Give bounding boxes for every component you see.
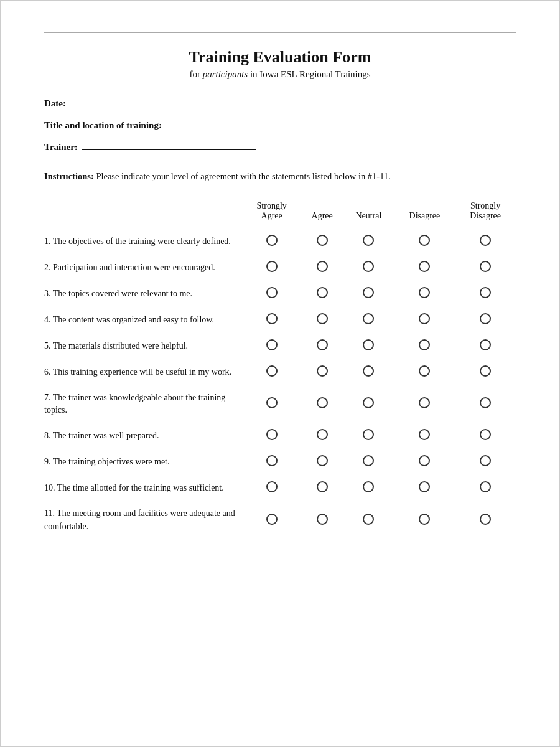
radio-q11-strongly-disagree[interactable]: [455, 501, 516, 539]
radio-q5-disagree[interactable]: [394, 333, 455, 359]
radio-q10-strongly-disagree[interactable]: [455, 475, 516, 501]
radio-q3-neutral[interactable]: [343, 281, 394, 307]
radio-circle-q1-neutral[interactable]: [363, 235, 374, 246]
radio-circle-q9-disagree[interactable]: [419, 455, 430, 466]
radio-circle-q8-disagree[interactable]: [419, 429, 430, 440]
radio-q11-agree[interactable]: [301, 501, 343, 539]
radio-q9-neutral[interactable]: [343, 449, 394, 475]
radio-circle-q9-strongly-disagree[interactable]: [480, 455, 491, 466]
radio-q8-neutral[interactable]: [343, 423, 394, 449]
radio-circle-q6-neutral[interactable]: [363, 365, 374, 377]
radio-circle-q10-neutral[interactable]: [363, 481, 374, 492]
radio-q1-neutral[interactable]: [343, 228, 394, 255]
radio-circle-q9-strongly-agree[interactable]: [266, 455, 278, 466]
radio-q10-neutral[interactable]: [343, 475, 394, 501]
radio-circle-q5-neutral[interactable]: [363, 339, 374, 350]
date-input-line[interactable]: [70, 106, 169, 106]
radio-circle-q11-agree[interactable]: [317, 514, 328, 525]
radio-circle-q8-strongly-agree[interactable]: [266, 429, 278, 440]
radio-q6-agree[interactable]: [301, 359, 343, 385]
radio-q7-strongly-agree[interactable]: [242, 385, 301, 423]
radio-circle-q3-strongly-disagree[interactable]: [480, 287, 491, 298]
radio-q5-neutral[interactable]: [343, 333, 394, 359]
radio-q3-strongly-agree[interactable]: [242, 281, 301, 307]
radio-q9-disagree[interactable]: [394, 449, 455, 475]
radio-circle-q6-agree[interactable]: [317, 365, 328, 377]
radio-circle-q11-strongly-agree[interactable]: [266, 514, 278, 525]
radio-circle-q10-strongly-agree[interactable]: [266, 481, 278, 492]
radio-q4-neutral[interactable]: [343, 307, 394, 333]
radio-circle-q5-disagree[interactable]: [419, 339, 430, 350]
radio-circle-q9-neutral[interactable]: [363, 455, 374, 466]
radio-q3-strongly-disagree[interactable]: [455, 281, 516, 307]
radio-circle-q6-disagree[interactable]: [419, 365, 430, 377]
radio-q4-agree[interactable]: [301, 307, 343, 333]
radio-q7-disagree[interactable]: [394, 385, 455, 423]
radio-circle-q1-disagree[interactable]: [419, 235, 430, 246]
radio-circle-q2-strongly-disagree[interactable]: [480, 261, 491, 272]
radio-q4-strongly-agree[interactable]: [242, 307, 301, 333]
radio-circle-q3-neutral[interactable]: [363, 287, 374, 298]
radio-q3-agree[interactable]: [301, 281, 343, 307]
radio-q7-neutral[interactable]: [343, 385, 394, 423]
radio-q4-disagree[interactable]: [394, 307, 455, 333]
radio-q11-strongly-agree[interactable]: [242, 501, 301, 539]
radio-q2-agree[interactable]: [301, 255, 343, 281]
radio-q9-agree[interactable]: [301, 449, 343, 475]
radio-circle-q6-strongly-disagree[interactable]: [480, 365, 491, 377]
radio-q8-agree[interactable]: [301, 423, 343, 449]
radio-q6-neutral[interactable]: [343, 359, 394, 385]
radio-q2-disagree[interactable]: [394, 255, 455, 281]
radio-q6-strongly-agree[interactable]: [242, 359, 301, 385]
radio-circle-q7-agree[interactable]: [317, 397, 328, 408]
radio-circle-q7-disagree[interactable]: [419, 397, 430, 408]
radio-circle-q11-disagree[interactable]: [419, 514, 430, 525]
radio-circle-q3-strongly-agree[interactable]: [266, 287, 278, 298]
radio-q2-strongly-disagree[interactable]: [455, 255, 516, 281]
radio-circle-q6-strongly-agree[interactable]: [266, 365, 278, 377]
radio-circle-q4-disagree[interactable]: [419, 313, 430, 324]
radio-q10-disagree[interactable]: [394, 475, 455, 501]
radio-q8-strongly-disagree[interactable]: [455, 423, 516, 449]
radio-q1-disagree[interactable]: [394, 228, 455, 255]
radio-circle-q4-strongly-agree[interactable]: [266, 313, 278, 324]
radio-circle-q1-strongly-agree[interactable]: [266, 235, 278, 246]
radio-q7-strongly-disagree[interactable]: [455, 385, 516, 423]
radio-circle-q9-agree[interactable]: [317, 455, 328, 466]
radio-circle-q2-agree[interactable]: [317, 261, 328, 272]
radio-q6-strongly-disagree[interactable]: [455, 359, 516, 385]
radio-q10-agree[interactable]: [301, 475, 343, 501]
radio-circle-q10-agree[interactable]: [317, 481, 328, 492]
radio-circle-q3-disagree[interactable]: [419, 287, 430, 298]
radio-q9-strongly-disagree[interactable]: [455, 449, 516, 475]
radio-q1-strongly-disagree[interactable]: [455, 228, 516, 255]
radio-q2-strongly-agree[interactable]: [242, 255, 301, 281]
radio-circle-q7-strongly-disagree[interactable]: [480, 397, 491, 408]
radio-q7-agree[interactable]: [301, 385, 343, 423]
radio-circle-q7-neutral[interactable]: [363, 397, 374, 408]
radio-circle-q8-agree[interactable]: [317, 429, 328, 440]
radio-circle-q7-strongly-agree[interactable]: [266, 397, 278, 408]
radio-circle-q5-agree[interactable]: [317, 339, 328, 350]
radio-circle-q5-strongly-agree[interactable]: [266, 339, 278, 350]
radio-q2-neutral[interactable]: [343, 255, 394, 281]
radio-q4-strongly-disagree[interactable]: [455, 307, 516, 333]
radio-circle-q4-strongly-disagree[interactable]: [480, 313, 491, 324]
radio-circle-q4-agree[interactable]: [317, 313, 328, 324]
radio-circle-q5-strongly-disagree[interactable]: [480, 339, 491, 350]
radio-q8-strongly-agree[interactable]: [242, 423, 301, 449]
radio-q1-strongly-agree[interactable]: [242, 228, 301, 255]
radio-q3-disagree[interactable]: [394, 281, 455, 307]
radio-circle-q2-neutral[interactable]: [363, 261, 374, 272]
radio-q1-agree[interactable]: [301, 228, 343, 255]
radio-circle-q2-disagree[interactable]: [419, 261, 430, 272]
radio-circle-q3-agree[interactable]: [317, 287, 328, 298]
radio-q11-neutral[interactable]: [343, 501, 394, 539]
radio-circle-q10-disagree[interactable]: [419, 481, 430, 492]
radio-q10-strongly-agree[interactable]: [242, 475, 301, 501]
radio-q5-strongly-disagree[interactable]: [455, 333, 516, 359]
radio-circle-q11-neutral[interactable]: [363, 514, 374, 525]
radio-circle-q2-strongly-agree[interactable]: [266, 261, 278, 272]
radio-q9-strongly-agree[interactable]: [242, 449, 301, 475]
title-location-input-line[interactable]: [166, 128, 516, 128]
